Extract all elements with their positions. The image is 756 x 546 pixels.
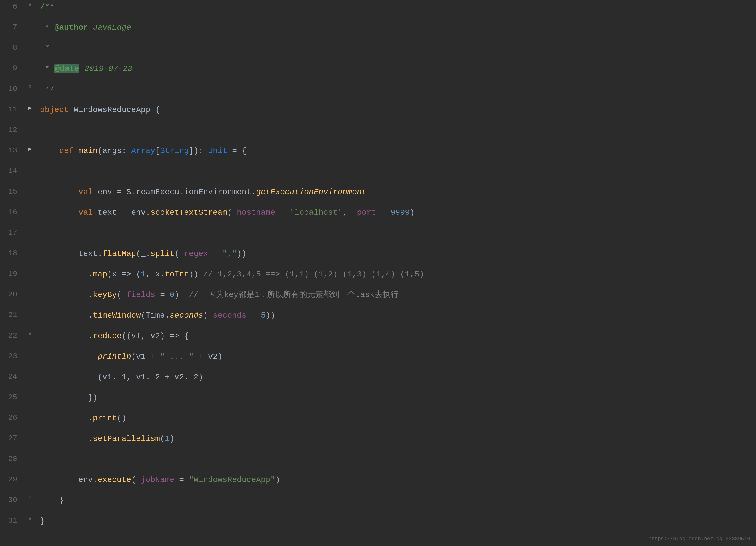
line-content-11: object WindowsReduceApp {: [37, 103, 756, 116]
code-line-20: 20 .keyBy( fields = 0) // 因为key都是1，所以所有的…: [0, 288, 756, 308]
code-line-19: 19 .map(x => (1, x.toInt)) // 1,2,3,4,5 …: [0, 267, 756, 288]
gutter-14: [23, 165, 37, 165]
line-content-8: *: [37, 41, 756, 54]
line-number-8: 8: [0, 41, 23, 53]
line-number-27: 27: [0, 432, 23, 444]
code-line-24: 24 (v1._1, v1._2 + v2._2): [0, 370, 756, 391]
line-number-14: 14: [0, 165, 23, 177]
code-line-18: 18 text.flatMap(_.split( regex = ",")): [0, 247, 756, 267]
line-content-22: .reduce((v1, v2) => {: [37, 329, 756, 342]
line-content-16: val text = env.socketTextStream( hostnam…: [37, 206, 756, 219]
gutter-28: [23, 452, 37, 453]
line-number-17: 17: [0, 226, 23, 239]
code-line-29: 29 env.execute( jobName = "WindowsReduce…: [0, 473, 756, 493]
line-content-13: def main(args: Array[String]): Unit = {: [37, 144, 756, 157]
line-content-19: .map(x => (1, x.toInt)) // 1,2,3,4,5 ==>…: [37, 267, 756, 280]
code-line-10: 10 ⊖ */: [0, 82, 756, 103]
line-number-6: 6: [0, 0, 23, 12]
gutter-19: [23, 267, 37, 268]
code-line-28: 28: [0, 452, 756, 473]
line-number-12: 12: [0, 123, 23, 136]
gutter-11[interactable]: ▶: [23, 103, 37, 113]
code-line-11: 11 ▶ object WindowsReduceApp {: [0, 103, 756, 123]
code-line-23: 23 println(v1 + " ... " + v2): [0, 349, 756, 370]
code-line-21: 21 .timeWindow(Time.seconds( seconds = 5…: [0, 308, 756, 329]
gutter-7: [23, 21, 37, 21]
gutter-30: ⊖: [23, 493, 37, 502]
line-number-30: 30: [0, 493, 23, 506]
code-line-6: 6 ⊖ /**: [0, 0, 756, 21]
line-number-22: 22: [0, 329, 23, 341]
line-number-25: 25: [0, 391, 23, 403]
gutter-10: ⊖: [23, 82, 37, 91]
line-content-26: .print(): [37, 411, 756, 424]
line-content-18: text.flatMap(_.split( regex = ",")): [37, 247, 756, 260]
line-number-28: 28: [0, 452, 23, 465]
blog-url: https://blog.csdn.net/qq_33389510: [649, 535, 750, 543]
gutter-24: [23, 370, 37, 371]
line-content-31: }: [37, 514, 756, 527]
code-line-30: 30 ⊖ }: [0, 493, 756, 514]
line-number-29: 29: [0, 473, 23, 485]
code-line-12: 12: [0, 123, 756, 144]
code-line-7: 7 * @author JavaEdge: [0, 21, 756, 41]
line-content-29: env.execute( jobName = "WindowsReduceApp…: [37, 473, 756, 486]
code-line-25: 25 ⊖ }): [0, 391, 756, 411]
line-content-7: * @author JavaEdge: [37, 21, 756, 34]
line-content-24: (v1._1, v1._2 + v2._2): [37, 370, 756, 383]
code-line-22: 22 ⊖ .reduce((v1, v2) => {: [0, 329, 756, 349]
gutter-27: [23, 432, 37, 433]
gutter-13[interactable]: ▶: [23, 144, 37, 154]
line-content-17: [37, 226, 756, 227]
gutter-17: [23, 226, 37, 227]
line-number-13: 13: [0, 144, 23, 156]
gutter-8: [23, 41, 37, 42]
code-line-31: 31 ⊖ }: [0, 514, 756, 535]
line-number-26: 26: [0, 411, 23, 423]
code-line-16: 16 val text = env.socketTextStream( host…: [0, 206, 756, 226]
line-content-10: */: [37, 82, 756, 95]
line-content-20: .keyBy( fields = 0) // 因为key都是1，所以所有的元素都…: [37, 288, 756, 301]
line-content-25: }): [37, 391, 756, 404]
code-line-15: 15 val env = StreamExecutionEnvironment.…: [0, 185, 756, 206]
line-number-21: 21: [0, 308, 23, 321]
code-line-14: 14: [0, 165, 756, 185]
line-number-31: 31: [0, 514, 23, 526]
line-content-12: [37, 123, 756, 124]
code-line-9: 9 * @date 2019-07-23: [0, 62, 756, 82]
gutter-25: ⊖: [23, 391, 37, 399]
gutter-15: [23, 185, 37, 186]
line-content-21: .timeWindow(Time.seconds( seconds = 5)): [37, 308, 756, 321]
gutter-26: [23, 411, 37, 412]
line-number-9: 9: [0, 62, 23, 74]
code-line-8: 8 *: [0, 41, 756, 62]
line-content-6: /**: [37, 0, 756, 13]
line-number-20: 20: [0, 288, 23, 300]
code-editor: 6 ⊖ /** 7 * @author JavaEdge 8 * 9 * @da…: [0, 0, 756, 546]
gutter-16: [23, 206, 37, 207]
gutter-18: [23, 247, 37, 248]
gutter-20: [23, 288, 37, 289]
code-line-17: 17: [0, 226, 756, 247]
gutter-22: ⊖: [23, 329, 37, 338]
line-content-30: }: [37, 493, 756, 507]
line-number-10: 10: [0, 82, 23, 95]
line-content-14: [37, 165, 756, 165]
gutter-29: [23, 473, 37, 474]
line-content-27: .setParallelism(1): [37, 432, 756, 445]
line-number-11: 11: [0, 103, 23, 115]
gutter-23: [23, 349, 37, 350]
code-line-26: 26 .print(): [0, 411, 756, 432]
line-number-18: 18: [0, 247, 23, 259]
line-content-9: * @date 2019-07-23: [37, 62, 756, 75]
gutter-12: [23, 123, 37, 124]
gutter-21: [23, 308, 37, 309]
line-number-23: 23: [0, 349, 23, 362]
line-number-19: 19: [0, 267, 23, 279]
line-number-7: 7: [0, 21, 23, 33]
gutter-9: [23, 62, 37, 63]
code-line-13: 13 ▶ def main(args: Array[String]): Unit…: [0, 144, 756, 165]
gutter-6: ⊖: [23, 0, 37, 9]
line-number-16: 16: [0, 206, 23, 218]
line-number-24: 24: [0, 370, 23, 382]
